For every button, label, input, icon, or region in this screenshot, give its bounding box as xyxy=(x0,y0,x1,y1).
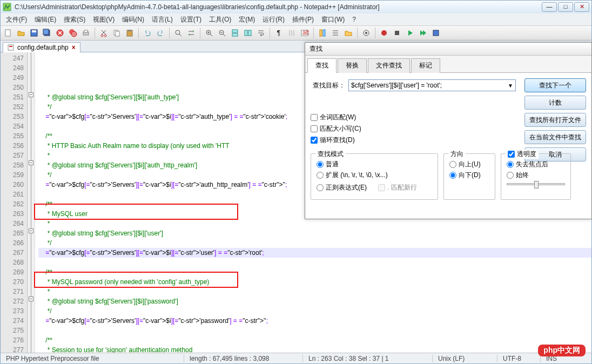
find-dialog-title: 查找 xyxy=(305,43,591,56)
play-icon[interactable] xyxy=(405,28,415,38)
close-file-icon[interactable] xyxy=(55,28,65,38)
print-icon[interactable] xyxy=(80,28,91,38)
doc-map-icon[interactable] xyxy=(317,28,328,38)
find-next-button[interactable]: 查找下一个 xyxy=(524,78,586,92)
record-icon[interactable] xyxy=(379,28,389,38)
tab-replace[interactable]: 替换 xyxy=(338,58,367,73)
status-eol: Unix (LF) xyxy=(433,355,497,362)
fold-marker[interactable]: − xyxy=(29,228,33,233)
copy-icon[interactable] xyxy=(111,28,122,38)
menu-view[interactable]: 视图(V) xyxy=(90,14,118,25)
svg-rect-20 xyxy=(232,30,238,32)
menu-plugins[interactable]: 插件(P) xyxy=(289,14,317,25)
func-list-icon[interactable] xyxy=(330,28,341,38)
menu-window[interactable]: 窗口(W) xyxy=(318,14,348,25)
find-tabs: 查找 替换 文件查找 标记 xyxy=(305,56,591,73)
folder-view-icon[interactable] xyxy=(343,28,354,38)
svg-rect-27 xyxy=(323,30,325,36)
stop-icon[interactable] xyxy=(392,28,402,38)
svg-rect-16 xyxy=(128,30,131,31)
trans-always-radio[interactable]: 始终 xyxy=(507,171,565,180)
svg-rect-1 xyxy=(5,30,10,36)
fold-column[interactable]: − − − − xyxy=(28,52,35,360)
save-icon[interactable] xyxy=(29,28,39,38)
find-target-value: $cfg['Servers'][$i]['user'] = 'root'; xyxy=(351,82,442,89)
maximize-button[interactable]: □ xyxy=(558,2,573,12)
direction-group: 方向 向上(U) 向下(D) xyxy=(443,153,495,200)
svg-rect-32 xyxy=(433,30,439,36)
svg-rect-10 xyxy=(84,30,88,32)
count-button[interactable]: 计数 xyxy=(524,96,586,110)
monitor-icon[interactable] xyxy=(361,28,372,38)
svg-point-29 xyxy=(365,32,367,34)
tab-close-icon[interactable]: × xyxy=(72,44,76,51)
menu-macro[interactable]: 宏(M) xyxy=(236,14,258,25)
menu-settings[interactable]: 设置(T) xyxy=(177,14,205,25)
tab-findfiles[interactable]: 文件查找 xyxy=(368,58,410,73)
paste-icon[interactable] xyxy=(124,28,135,38)
redo-icon[interactable] xyxy=(155,28,166,38)
menu-run[interactable]: 运行(R) xyxy=(259,14,288,25)
svg-point-11 xyxy=(101,35,103,37)
find-dialog[interactable]: 查找 查找 替换 文件查找 标记 查找目标： $cfg['Servers'][$… xyxy=(305,42,592,219)
zoom-in-icon[interactable] xyxy=(204,28,214,38)
svg-rect-26 xyxy=(320,30,322,36)
mode-normal-radio[interactable]: 普通 xyxy=(317,160,432,169)
mode-regex-radio[interactable]: 正则表达式(E) xyxy=(317,183,367,192)
sync-h-icon[interactable] xyxy=(243,28,253,38)
toolbar: ¶ ab xyxy=(1,25,591,41)
menu-tools[interactable]: 工具(O) xyxy=(206,14,234,25)
fold-marker[interactable]: − xyxy=(29,296,33,301)
status-position: Ln : 263 Col : 38 Sel : 37 | 1 xyxy=(303,355,433,362)
svg-rect-21 xyxy=(232,33,238,36)
undo-icon[interactable] xyxy=(142,28,153,38)
trans-lose-focus-radio[interactable]: 失去焦点后 xyxy=(507,160,565,169)
titlebar: C:\Users\Administrator\Desktop\phpMyAdmi… xyxy=(1,1,591,14)
find-current-button[interactable]: 在当前文件中查找 xyxy=(524,130,586,144)
mode-extended-radio[interactable]: 扩展 (\n, \r, \t, \0, \x...) xyxy=(317,171,432,180)
fold-marker[interactable]: − xyxy=(29,92,33,97)
file-tab[interactable]: config.default.php × xyxy=(3,42,80,52)
menu-help[interactable]: ? xyxy=(349,15,359,24)
sync-v-icon[interactable] xyxy=(230,28,240,38)
indent-guide-icon[interactable] xyxy=(286,28,297,38)
replace-icon[interactable] xyxy=(186,28,197,38)
dir-down-radio[interactable]: 向下(D) xyxy=(449,171,489,180)
find-icon[interactable] xyxy=(173,28,184,38)
zoom-out-icon[interactable] xyxy=(217,28,227,38)
fold-marker[interactable]: − xyxy=(29,160,33,165)
cut-icon[interactable] xyxy=(98,28,109,38)
lang-icon[interactable]: ab xyxy=(299,28,310,38)
dot-newline-checkbox[interactable]: . 匹配新行 xyxy=(378,183,417,192)
svg-rect-23 xyxy=(248,30,251,36)
wrap-icon[interactable] xyxy=(255,28,266,38)
svg-rect-5 xyxy=(43,29,49,35)
open-file-icon[interactable] xyxy=(16,28,26,38)
minimize-button[interactable]: — xyxy=(542,2,557,12)
menu-language[interactable]: 语言(L) xyxy=(149,14,176,25)
find-target-input[interactable]: $cfg['Servers'][$i]['user'] = 'root'; ▼ xyxy=(348,79,516,91)
save-macro-icon[interactable] xyxy=(430,28,441,38)
close-all-icon[interactable] xyxy=(68,28,78,38)
dir-up-radio[interactable]: 向上(U) xyxy=(449,160,489,169)
menu-encoding[interactable]: 编码(N) xyxy=(119,14,147,25)
statusbar: PHP Hypertext Preprocessor file length :… xyxy=(1,353,591,363)
close-button[interactable]: ✕ xyxy=(574,2,589,12)
tab-mark[interactable]: 标记 xyxy=(411,58,440,73)
status-encoding: UTF-8 xyxy=(497,355,541,362)
menu-search[interactable]: 搜索(S) xyxy=(60,14,89,25)
transparency-checkbox[interactable]: 透明度 xyxy=(506,150,539,159)
show-chars-icon[interactable]: ¶ xyxy=(273,28,284,38)
play-multi-icon[interactable] xyxy=(418,28,428,38)
find-all-open-button[interactable]: 查找所有打开文件 xyxy=(524,113,586,127)
tab-find[interactable]: 查找 xyxy=(307,58,337,73)
menu-file[interactable]: 文件(F) xyxy=(3,14,30,25)
svg-rect-33 xyxy=(8,45,14,50)
svg-point-30 xyxy=(381,30,387,36)
dropdown-arrow-icon[interactable]: ▼ xyxy=(508,83,513,89)
file-tab-label: config.default.php xyxy=(17,44,69,51)
menu-edit[interactable]: 编辑(E) xyxy=(31,14,59,25)
transparency-slider[interactable] xyxy=(507,183,565,185)
save-all-icon[interactable] xyxy=(42,28,52,38)
new-file-icon[interactable] xyxy=(3,28,14,38)
